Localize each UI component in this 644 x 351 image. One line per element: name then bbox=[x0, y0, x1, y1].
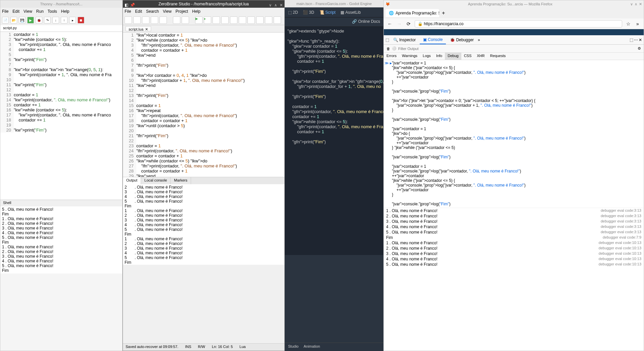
maximize-icon[interactable]: ∧ bbox=[635, 0, 637, 8]
script-button[interactable]: 📜Script bbox=[319, 10, 336, 15]
console-tab[interactable]: ▣Console bbox=[420, 36, 446, 44]
run-noargs-icon[interactable]: ▸ bbox=[204, 16, 211, 24]
menu-help[interactable]: Help bbox=[61, 9, 70, 14]
menu-view[interactable]: View bbox=[24, 9, 32, 14]
back-button[interactable]: ← bbox=[386, 20, 393, 27]
zerobrane-output[interactable]: 2 . Olá, meu nome é Franco!3 . Olá, meu … bbox=[123, 184, 284, 265]
project-dir-icon[interactable] bbox=[159, 16, 167, 24]
step-out-icon[interactable]: ↑ bbox=[61, 17, 67, 23]
console-output-line: 4 . Olá, meu nome é Franco!debugger eval… bbox=[384, 256, 643, 262]
close-icon[interactable]: ✕ bbox=[639, 0, 642, 8]
open-file-icon[interactable]: 📂 bbox=[10, 17, 17, 23]
cat-css[interactable]: CSS bbox=[461, 53, 474, 60]
step-into-icon[interactable]: ↓ bbox=[52, 17, 59, 23]
browser-tab[interactable]: 🌐 Aprenda Programação: Subro ✕ bbox=[385, 9, 439, 17]
open-file-icon[interactable] bbox=[133, 16, 141, 24]
devtools-close-icon[interactable]: ✕ bbox=[639, 38, 642, 42]
step-over-icon[interactable]: ↷ bbox=[44, 17, 51, 23]
new-file-icon[interactable]: 📄 bbox=[2, 17, 9, 23]
godot-code-editor[interactable]: "gkw">extends "gtype">Node "gkw">func "g… bbox=[285, 27, 383, 255]
menu-edit[interactable]: Edit bbox=[135, 9, 142, 14]
thonny-file-tab[interactable]: script.py bbox=[0, 25, 122, 32]
menu-tools[interactable]: Tools bbox=[48, 9, 57, 14]
close-icon[interactable]: ✕ bbox=[280, 1, 283, 9]
run-icon[interactable]: ▶ bbox=[195, 16, 202, 24]
step-out-icon[interactable] bbox=[239, 16, 246, 24]
studio-tab[interactable]: Studio bbox=[288, 344, 298, 350]
input-code-line bbox=[392, 159, 535, 164]
devtools-options-icon[interactable]: ⬚ bbox=[630, 38, 633, 42]
thonny-code-editor[interactable]: 1contador = 12"kw">while (contador <= 5)… bbox=[0, 32, 122, 200]
step-over-icon[interactable] bbox=[230, 16, 237, 24]
2d-button[interactable]: ⬚2D bbox=[288, 10, 298, 15]
pin-icon[interactable]: 📌 bbox=[130, 1, 135, 9]
menu-edit[interactable]: Edit bbox=[12, 9, 19, 14]
run-icon[interactable]: ▶ bbox=[27, 17, 34, 23]
save-all-icon[interactable] bbox=[151, 16, 158, 24]
menu-run[interactable]: Run bbox=[36, 9, 44, 14]
maximize-icon[interactable]: ∧ bbox=[274, 1, 277, 9]
save-file-icon[interactable]: 💾 bbox=[19, 17, 26, 23]
console-output[interactable]: ≫ ▸ "jvar">contador = 1"jkw">while ("jva… bbox=[384, 60, 644, 268]
cat-debug[interactable]: Debug bbox=[445, 53, 461, 60]
shell-tab[interactable]: Shell bbox=[0, 200, 122, 206]
overflow-button[interactable]: » bbox=[634, 20, 641, 27]
animation-tab[interactable]: Animation bbox=[304, 344, 320, 350]
close-tab-icon[interactable]: ✕ bbox=[145, 27, 148, 30]
input-code-line: } bbox=[392, 108, 535, 112]
cat-errors[interactable]: Errors bbox=[384, 53, 399, 60]
cat-requests[interactable]: Requests bbox=[488, 53, 508, 60]
menu-project[interactable]: Project bbox=[176, 9, 188, 14]
minimize-icon[interactable]: ∨ bbox=[269, 1, 272, 9]
break-icon[interactable] bbox=[247, 16, 255, 24]
bookmark-button[interactable]: ☆ bbox=[625, 20, 632, 27]
debug-icon[interactable] bbox=[213, 16, 220, 24]
more-tabs-icon[interactable]: » bbox=[478, 38, 480, 42]
online-docs-link[interactable]: 🔗 Online Docs bbox=[285, 17, 383, 27]
stop-icon[interactable] bbox=[256, 16, 264, 24]
cat-logs[interactable]: Logs bbox=[420, 53, 433, 60]
new-tab-button[interactable]: + bbox=[439, 10, 448, 16]
code-line: 11"kw">print("Fim") bbox=[0, 82, 122, 87]
reload-button[interactable]: ⟳ bbox=[405, 20, 412, 27]
forward-button[interactable]: → bbox=[396, 20, 403, 27]
bookmarks-icon[interactable] bbox=[274, 16, 281, 24]
cat-warnings[interactable]: Warnings bbox=[399, 53, 420, 60]
markers-tab[interactable]: Markers bbox=[171, 177, 191, 184]
new-file-icon[interactable] bbox=[125, 16, 132, 24]
3d-button[interactable]: ⬛3D bbox=[303, 10, 314, 15]
step-into-icon[interactable] bbox=[221, 16, 229, 24]
toggle-breakpoint-icon[interactable] bbox=[265, 16, 272, 24]
minimize-icon[interactable]: ∨ bbox=[630, 0, 633, 8]
zerobrane-code-editor[interactable]: 1"lkw">local contador = 12"lkw">while (c… bbox=[123, 33, 284, 177]
menu-search[interactable]: Search bbox=[146, 9, 159, 14]
url-bar[interactable]: 🔒 https://francogarcia.co bbox=[415, 20, 622, 28]
settings-icon[interactable]: ⚙ bbox=[638, 46, 641, 51]
debug-icon[interactable]: 🐞 bbox=[36, 17, 42, 23]
assetlib-button[interactable]: ▦AssetLib bbox=[340, 10, 361, 15]
trash-icon[interactable]: 🗑 bbox=[386, 47, 390, 51]
menu-help[interactable]: Help bbox=[192, 9, 200, 14]
output-tab[interactable]: Output bbox=[123, 177, 141, 184]
iframe-picker-icon[interactable]: ⬚ bbox=[385, 38, 389, 42]
save-file-icon[interactable] bbox=[142, 16, 149, 24]
local-console-tab[interactable]: Local console bbox=[141, 177, 171, 184]
inspector-tab[interactable]: 🔍Inspector bbox=[390, 36, 419, 44]
thonny-shell[interactable]: 5 . Olá, meu nome é Franco!Fim1 . Olá, m… bbox=[0, 206, 122, 273]
devtools-menu-icon[interactable]: ⋯ bbox=[634, 38, 638, 42]
cat-xhr[interactable]: XHR bbox=[474, 53, 487, 60]
menu-file[interactable]: File bbox=[125, 9, 131, 14]
cat-info[interactable]: Info bbox=[433, 53, 445, 60]
filter-input[interactable] bbox=[398, 47, 638, 51]
menu-view[interactable]: View bbox=[163, 9, 172, 14]
resume-icon[interactable]: ▸ bbox=[69, 17, 76, 23]
debugger-tab[interactable]: 🐞Debugger bbox=[447, 36, 477, 44]
stop-icon[interactable]: ⏹ bbox=[78, 17, 84, 23]
replace-icon[interactable] bbox=[182, 16, 189, 24]
menu-file[interactable]: File bbox=[2, 9, 8, 14]
code-line: 11"lkw">end bbox=[123, 83, 284, 88]
find-icon[interactable] bbox=[173, 16, 180, 24]
console-output-line: Fimdebugger eval code:13:9 bbox=[384, 267, 643, 268]
input-code-line: "jkw">while ("jvar">contador <= 5) { bbox=[392, 65, 535, 70]
file-tab[interactable]: script.lua ✕ bbox=[126, 26, 151, 31]
